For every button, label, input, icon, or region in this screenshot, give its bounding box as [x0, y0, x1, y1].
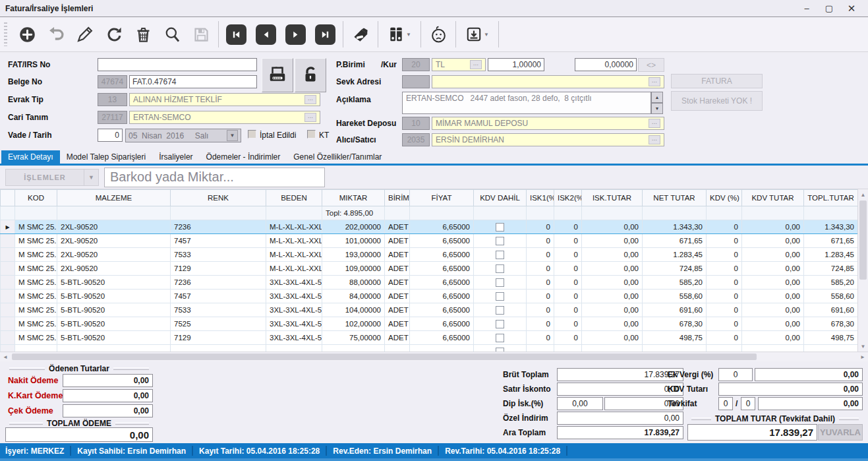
toplam-tutar-value[interactable]: 17.839,27: [687, 424, 817, 441]
first-record-button[interactable]: [226, 24, 246, 45]
tab-irsaliyeler[interactable]: İrsaliyeler: [152, 150, 199, 164]
print-button[interactable]: [262, 58, 293, 92]
last-record-button[interactable]: [315, 24, 335, 45]
column-header-miktar[interactable]: MIKTAR: [322, 190, 385, 206]
islemler-dropdown-button[interactable]: ▼: [84, 169, 99, 186]
table-row[interactable]: ▶M SMC 25...2XL-905207236M-L-XL-XL-XXL20…: [1, 220, 858, 234]
unlock-button[interactable]: [295, 58, 326, 92]
ek-vergi-pct[interactable]: 0: [718, 368, 753, 381]
search-button[interactable]: [158, 20, 187, 48]
column-header-isk1[interactable]: ISK1(%): [527, 190, 554, 206]
edit-button[interactable]: [71, 20, 100, 48]
kdv-dahil-checkbox[interactable]: [496, 237, 504, 245]
aciklama-spinner[interactable]: ▲ ▼: [651, 92, 663, 114]
table-row[interactable]: M SMC 25...2XL-905207533M-L-XL-XL-XXL193…: [1, 248, 858, 262]
column-header-malzeme[interactable]: MALZEME: [57, 190, 171, 206]
hareket-deposu-field[interactable]: MİMAR MAMUL DEPOSU ...: [432, 117, 664, 130]
ara-toplam-value[interactable]: 17.839,27: [557, 426, 683, 439]
table-row[interactable]: M SMC 25...5-BTL-9052075253XL-3XL-4XL-5X…: [1, 317, 858, 331]
scroll-left-icon[interactable]: ◄: [0, 352, 11, 361]
currency-field[interactable]: TL ...: [432, 58, 486, 71]
column-header-kdv-pct[interactable]: KDV (%): [707, 190, 742, 206]
belge-no-input[interactable]: [129, 75, 257, 88]
kdv-dahil-checkbox[interactable]: [496, 306, 504, 315]
kur-input[interactable]: [488, 58, 544, 71]
ozel-indirim-value[interactable]: 0,00: [557, 412, 683, 425]
add-button[interactable]: [13, 20, 42, 48]
alici-satici-field[interactable]: ERSİN DEMİRHAN ...: [432, 133, 664, 146]
maximize-button[interactable]: ▢: [818, 2, 840, 15]
vertical-scroll-thumb[interactable]: [859, 200, 867, 280]
scroll-down-icon[interactable]: ▼: [858, 341, 868, 352]
cari-tanim-field[interactable]: ERTAN-SEMCO ...: [129, 111, 320, 124]
hareket-deposu-lookup-button[interactable]: ...: [649, 119, 660, 128]
date-select[interactable]: 05 Nisan 2016 Salı ▼: [125, 129, 241, 142]
table-row[interactable]: M SMC 25...2XL-905207129M-L-XL-XL-XXL109…: [1, 262, 858, 276]
vade-days-input[interactable]: [98, 129, 123, 142]
toolbar-grip[interactable]: [4, 22, 7, 46]
barcode-input[interactable]: [104, 168, 325, 187]
save-button[interactable]: [187, 20, 216, 48]
tab-evrak-detayi[interactable]: Evrak Detayı: [1, 150, 60, 164]
spinner-down-icon[interactable]: ▼: [651, 103, 663, 114]
stok-hareketi-button[interactable]: Stok Hareketi YOK !: [671, 91, 763, 111]
yuvarla-button[interactable]: YUVARLA: [818, 424, 863, 441]
tab-model-talep-siparisleri[interactable]: Model Talep Siparişleri: [60, 150, 153, 164]
tab-odemeler-indirimler[interactable]: Ödemeler - İndirimler: [200, 150, 287, 164]
satir-iskonto-value[interactable]: 0,00: [557, 383, 683, 396]
evrak-tip-lookup-button[interactable]: ...: [304, 95, 316, 104]
column-header-kdv-tutar[interactable]: KDV TUTAR: [742, 190, 804, 206]
kdv-dahil-checkbox[interactable]: [496, 223, 504, 231]
table-row[interactable]: M SMC 25...5-BTL-9052074573XL-3XL-4XL-5X…: [1, 290, 858, 303]
table-row[interactable]: M SMC 25...5-BTL-9052071293XL-3XL-4XL-5X…: [1, 331, 858, 345]
column-header-fiyat[interactable]: FİYAT: [410, 190, 474, 206]
scroll-up-icon[interactable]: ▲: [858, 189, 868, 200]
kt-checkbox[interactable]: [307, 130, 316, 138]
aciklama-textarea[interactable]: ERTAN-SEMCO 2447 adet fason, 28 defo, 8 …: [402, 92, 651, 114]
kdv-tutari-value[interactable]: 0,00: [718, 383, 863, 396]
brut-toplam-value[interactable]: 17.839,27: [557, 368, 683, 381]
kdv-dahil-checkbox[interactable]: [496, 292, 504, 301]
sevk-adresi-field[interactable]: ...: [432, 75, 664, 88]
tab-genel-ozellikler[interactable]: Genel Özellikler/Tanımlar: [287, 150, 388, 164]
undo-button[interactable]: [42, 20, 71, 48]
cari-tanim-lookup-button[interactable]: ...: [304, 113, 316, 122]
refresh-button[interactable]: [100, 20, 129, 48]
horizontal-scroll-thumb[interactable]: [12, 353, 757, 360]
column-header-birim[interactable]: BİRİM: [385, 190, 410, 206]
close-button[interactable]: ✕: [840, 2, 863, 15]
scan-button[interactable]: [346, 20, 375, 48]
horizontal-scrollbar[interactable]: ◄ ►: [0, 352, 868, 361]
currency-lookup-button[interactable]: ...: [470, 60, 482, 69]
kdv-dahil-checkbox[interactable]: [496, 251, 504, 259]
kdv-dahil-checkbox[interactable]: [496, 278, 504, 287]
column-header-isk2[interactable]: ISK2(%): [554, 190, 582, 206]
islemler-button[interactable]: İŞLEMLER: [5, 169, 84, 186]
column-header-beden[interactable]: BEDEN: [266, 190, 322, 206]
fat-irs-no-input[interactable]: [98, 58, 257, 71]
tevkifat-den[interactable]: 0: [741, 397, 755, 410]
scroll-right-icon[interactable]: ►: [857, 352, 868, 361]
ek-vergi-value[interactable]: 0,00: [755, 368, 863, 381]
column-header-kdv-dahil[interactable]: KDV DAHİL: [474, 190, 527, 206]
tevkifat-value[interactable]: 0,00: [758, 397, 863, 410]
fatura-button[interactable]: FATURA: [671, 74, 763, 88]
table-row[interactable]: M SMC 25...5-BTL-9052072363XL-3XL-4XL-5X…: [1, 276, 858, 290]
column-header-topl-tutar[interactable]: TOPL.TUTAR: [804, 190, 858, 206]
minimize-button[interactable]: –: [796, 2, 818, 15]
column-header-isk-tutar[interactable]: ISK.TUTAR: [582, 190, 643, 206]
iptal-edildi-checkbox[interactable]: [248, 130, 256, 138]
table-row[interactable]: M SMC 25...2XL-905207457M-L-XL-XL-XXL101…: [1, 234, 858, 248]
mood-button[interactable]: [424, 20, 453, 48]
nakit-odeme-value[interactable]: 0,00: [63, 374, 153, 387]
evrak-tip-field[interactable]: ALINAN HİZMET TEKLİF ...: [129, 93, 320, 106]
column-header-renk[interactable]: RENK: [171, 190, 266, 206]
swap-rate-button[interactable]: <>: [638, 58, 664, 72]
dip-isk-pct[interactable]: 0,00: [557, 397, 603, 410]
alici-satici-lookup-button[interactable]: ...: [649, 135, 660, 144]
kdv-dahil-checkbox[interactable]: [496, 334, 504, 342]
cek-odeme-value[interactable]: 0,00: [63, 404, 153, 417]
table-row[interactable]: [1, 345, 858, 352]
column-header-net-tutar[interactable]: NET TUTAR: [643, 190, 707, 206]
export-menu-button[interactable]: ▼: [459, 20, 496, 48]
